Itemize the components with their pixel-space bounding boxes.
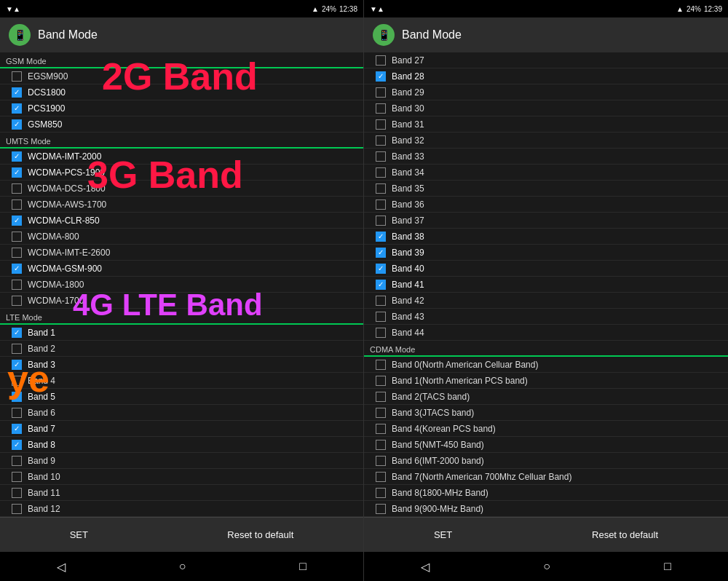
checkbox[interactable]	[12, 167, 22, 178]
checkbox[interactable]	[376, 280, 386, 290]
list-item[interactable]: Band 1(North American PCS band)	[364, 373, 728, 389]
list-item[interactable]: WCDMA-CLR-850	[0, 213, 363, 229]
checkbox[interactable]	[376, 151, 386, 162]
checkbox[interactable]	[376, 87, 386, 98]
checkbox[interactable]	[376, 312, 386, 322]
list-item[interactable]: Band 4	[0, 373, 363, 389]
checkbox[interactable]	[12, 392, 22, 402]
checkbox[interactable]	[376, 360, 386, 370]
checkbox[interactable]	[12, 264, 22, 274]
checkbox[interactable]	[376, 472, 386, 482]
checkbox[interactable]	[12, 456, 22, 466]
checkbox[interactable]	[12, 424, 22, 434]
checkbox[interactable]	[376, 248, 386, 258]
checkbox[interactable]	[376, 392, 386, 402]
list-item[interactable]: Band 7	[0, 421, 363, 437]
list-item[interactable]: Band 33	[364, 149, 728, 165]
checkbox[interactable]	[376, 135, 386, 146]
reset-button[interactable]: Reset to default	[213, 523, 308, 546]
list-item[interactable]: GSM850	[0, 116, 363, 133]
list-item[interactable]: Band 5(NMT-450 Band)	[364, 437, 728, 453]
checkbox[interactable]	[376, 440, 386, 450]
list-item[interactable]: PCS1900	[0, 100, 363, 116]
list-item[interactable]: Band 2(TACS band)	[364, 389, 728, 405]
list-item[interactable]: Band 10	[0, 469, 363, 485]
list-item[interactable]: Band 28	[364, 68, 728, 84]
list-item[interactable]: Band 2	[0, 341, 363, 357]
list-item[interactable]: Band 6	[0, 405, 363, 421]
checkbox[interactable]	[12, 280, 22, 290]
checkbox[interactable]	[376, 71, 386, 82]
list-item[interactable]: Band 27	[364, 52, 728, 68]
checkbox[interactable]	[12, 103, 22, 114]
right-set-button[interactable]: SET	[419, 523, 467, 546]
checkbox[interactable]	[376, 264, 386, 274]
set-button[interactable]: SET	[55, 523, 103, 546]
list-item[interactable]: EGSM900	[0, 68, 363, 84]
right-recents-button[interactable]: □	[649, 557, 686, 576]
checkbox[interactable]	[12, 71, 22, 82]
checkbox[interactable]	[12, 344, 22, 354]
checkbox[interactable]	[376, 119, 386, 130]
checkbox[interactable]	[12, 216, 22, 226]
list-item[interactable]: Band 4(Korean PCS band)	[364, 421, 728, 437]
list-item[interactable]: Band 31	[364, 116, 728, 133]
list-item[interactable]: WCDMA-800	[0, 229, 363, 245]
list-item[interactable]: Band 37	[364, 213, 728, 229]
checkbox[interactable]	[12, 360, 22, 370]
home-button[interactable]: ○	[165, 557, 201, 576]
checkbox[interactable]	[376, 328, 386, 338]
checkbox[interactable]	[376, 456, 386, 466]
checkbox[interactable]	[12, 504, 22, 514]
list-item[interactable]: Band 8(1800-MHz Band)	[364, 485, 728, 501]
list-item[interactable]: WCDMA-GSM-900	[0, 261, 363, 277]
list-item[interactable]: Band 32	[364, 133, 728, 149]
checkbox[interactable]	[376, 167, 386, 178]
right-home-button[interactable]: ○	[529, 557, 565, 576]
list-item[interactable]: Band 39	[364, 245, 728, 261]
checkbox[interactable]	[376, 232, 386, 242]
checkbox[interactable]	[376, 199, 386, 210]
list-item[interactable]: WCDMA-DCS-1800	[0, 181, 363, 197]
list-item[interactable]: Band 3	[0, 357, 363, 373]
list-item[interactable]: Band 30	[364, 100, 728, 116]
recents-button[interactable]: □	[285, 557, 321, 576]
checkbox[interactable]	[376, 488, 386, 498]
checkbox[interactable]	[12, 488, 22, 498]
list-item[interactable]: Band 43	[364, 309, 728, 325]
list-item[interactable]: Band 44	[364, 325, 728, 341]
list-item[interactable]: Band 35	[364, 181, 728, 197]
list-item[interactable]: Band 12	[0, 501, 363, 517]
right-back-button[interactable]: ◁	[406, 557, 444, 577]
checkbox[interactable]	[12, 376, 22, 386]
left-content[interactable]: GSM ModeEGSM900DCS1800PCS1900GSM850UMTS …	[0, 52, 363, 517]
list-item[interactable]: Band 42	[364, 293, 728, 309]
checkbox[interactable]	[12, 87, 22, 98]
list-item[interactable]: Band 38	[364, 229, 728, 245]
checkbox[interactable]	[376, 424, 386, 434]
list-item[interactable]: Band 34	[364, 165, 728, 181]
checkbox[interactable]	[12, 199, 22, 210]
list-item[interactable]: DCS1800	[0, 84, 363, 100]
checkbox[interactable]	[376, 103, 386, 114]
list-item[interactable]: Band 5	[0, 389, 363, 405]
list-item[interactable]: WCDMA-IMT-E-2600	[0, 245, 363, 261]
checkbox[interactable]	[12, 248, 22, 258]
list-item[interactable]: Band 9	[0, 453, 363, 469]
list-item[interactable]: WCDMA-AWS-1700	[0, 197, 363, 213]
list-item[interactable]: Band 1	[0, 325, 363, 341]
list-item[interactable]: Band 6(IMT-2000 band)	[364, 453, 728, 469]
list-item[interactable]: Band 29	[364, 84, 728, 100]
checkbox[interactable]	[12, 296, 22, 306]
list-item[interactable]: Band 8	[0, 437, 363, 453]
list-item[interactable]: Band 40	[364, 261, 728, 277]
list-item[interactable]: WCDMA-IMT-2000	[0, 149, 363, 165]
list-item[interactable]: Band 0(North American Celluar Band)	[364, 357, 728, 373]
list-item[interactable]: Band 41	[364, 277, 728, 293]
checkbox[interactable]	[12, 408, 22, 418]
checkbox[interactable]	[376, 504, 386, 514]
list-item[interactable]: WCDMA-1700	[0, 293, 363, 309]
checkbox[interactable]	[376, 183, 386, 194]
list-item[interactable]: Band 11	[0, 485, 363, 501]
list-item[interactable]: Band 9(900-MHz Band)	[364, 501, 728, 517]
